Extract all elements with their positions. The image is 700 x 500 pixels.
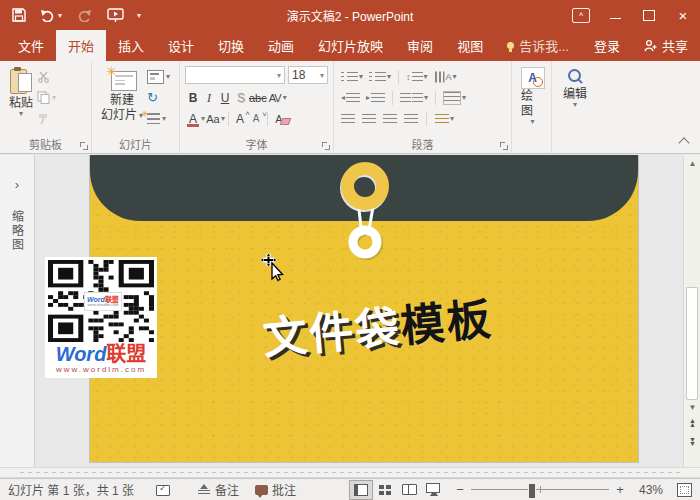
tab-design[interactable]: 设计	[156, 30, 206, 61]
layout-button[interactable]: ▾	[147, 69, 170, 84]
bold-button[interactable]: B	[185, 91, 201, 105]
tab-tell-me[interactable]: 告诉我...	[495, 30, 581, 61]
slide-title-white-part: 文件袋	[261, 301, 403, 364]
text-shadow-button[interactable]: S	[233, 91, 249, 105]
change-case-button[interactable]: Aa	[205, 112, 221, 126]
thumbnails-pane-collapsed[interactable]: › 缩略图	[0, 155, 35, 467]
align-right-button[interactable]	[381, 113, 399, 125]
expand-pane-icon[interactable]: ›	[15, 177, 19, 192]
notes-toggle[interactable]: 备注	[198, 481, 239, 498]
grow-font-button[interactable]: A	[232, 112, 248, 126]
scroll-down-icon[interactable]: ▼	[684, 403, 700, 412]
font-size-combo[interactable]: 18▾	[288, 66, 328, 84]
underline-button[interactable]: U	[217, 91, 233, 105]
convert-to-smartart-button[interactable]: ▾	[433, 113, 456, 125]
editing-menu-button[interactable]: 编辑 ▾	[557, 66, 593, 109]
slide-title[interactable]: 文件袋模板	[203, 278, 552, 372]
slide-counter: 幻灯片 第 1 张，共 1 张	[8, 481, 134, 498]
scrollbar-thumb[interactable]	[686, 287, 698, 400]
align-center-button[interactable]	[360, 113, 378, 125]
collapse-ribbon-icon[interactable]	[678, 137, 689, 148]
undo-dropdown-icon[interactable]: ▾	[58, 11, 62, 20]
horizontal-scrollbar[interactable]	[0, 467, 700, 478]
tab-slideshow[interactable]: 幻灯片放映	[306, 30, 395, 61]
increase-indent-button[interactable]: ▸	[364, 92, 387, 104]
font-dialog-launcher-icon[interactable]	[320, 140, 331, 151]
zoom-percentage: 43%	[631, 483, 663, 497]
numbering-button[interactable]: ▾	[367, 71, 393, 83]
font-color-button[interactable]: A	[185, 112, 201, 126]
reading-view-icon	[402, 484, 417, 495]
line-spacing-button[interactable]: ↕▾	[404, 71, 430, 83]
zoom-slider-thumb[interactable]	[528, 483, 536, 499]
watermark-qr-block: Word联盟 www.wordlm.com Word联盟 www.wordlm.…	[45, 257, 157, 378]
align-text-button[interactable]: ▾	[441, 90, 468, 106]
tab-insert[interactable]: 插入	[106, 30, 156, 61]
copy-button[interactable]: ▾	[37, 90, 56, 105]
tab-file[interactable]: 文件	[6, 30, 56, 61]
previous-slide-icon[interactable]: ▲▲	[684, 419, 700, 427]
group-paragraph: ▾ ▾ ↕▾ A▾ ◂ ▸ ▾ ▾ ▾ 段落	[334, 61, 512, 153]
start-slideshow-icon[interactable]	[106, 6, 124, 24]
slide[interactable]: 文件袋模板	[90, 155, 638, 462]
section-button[interactable]: ✳▾	[147, 111, 170, 126]
text-direction-button[interactable]: A▾	[432, 71, 459, 83]
cut-button[interactable]	[37, 69, 56, 84]
proofing-status-icon[interactable]	[156, 484, 170, 496]
tab-transitions[interactable]: 切换	[206, 30, 256, 61]
move-cursor	[260, 253, 288, 283]
paste-button[interactable]: 粘贴 ▾	[5, 66, 37, 126]
font-name-combo[interactable]: ▾	[185, 66, 285, 84]
maximize-button[interactable]	[632, 0, 666, 30]
zoom-out-button[interactable]: −	[455, 482, 465, 497]
group-font: ▾ 18▾ B I U S abc AV ▾ A ▾ Aa ▾ A A	[180, 61, 334, 153]
shrink-font-button[interactable]: A	[248, 112, 264, 126]
ribbon-display-options-button[interactable]: ˄	[564, 0, 598, 30]
slideshow-view-button[interactable]	[421, 480, 445, 500]
next-slide-icon[interactable]: ▼▼	[684, 438, 700, 446]
group-label-slides: 幻灯片	[92, 136, 179, 152]
clear-formatting-button[interactable]: A	[271, 112, 287, 126]
ribbon: 粘贴 ▾ ▾ 剪贴板	[0, 61, 700, 154]
tab-animations[interactable]: 动画	[256, 30, 306, 61]
bullets-button[interactable]: ▾	[339, 71, 365, 83]
comments-toggle[interactable]: 批注	[255, 481, 296, 498]
normal-view-button[interactable]	[349, 480, 373, 500]
customize-qat-icon[interactable]: ▾	[137, 11, 141, 20]
zoom-slider[interactable]	[471, 483, 609, 497]
justify-button[interactable]	[402, 113, 420, 125]
slide-sorter-view-button[interactable]	[373, 480, 397, 500]
format-painter-button[interactable]	[37, 111, 56, 126]
undo-button[interactable]: ▾	[41, 9, 62, 22]
character-spacing-button[interactable]: AV	[267, 91, 283, 105]
paragraph-dialog-launcher-icon[interactable]	[498, 140, 509, 151]
align-left-button[interactable]	[339, 113, 357, 125]
zoom-in-button[interactable]: +	[615, 482, 625, 497]
italic-button[interactable]: I	[201, 91, 217, 105]
share-button[interactable]: 共享	[632, 30, 700, 61]
scroll-up-icon[interactable]: ▲	[684, 159, 700, 168]
slide-sorter-icon	[379, 485, 391, 495]
sign-in-button[interactable]: 登录	[582, 30, 632, 61]
vertical-scrollbar[interactable]: ▲ ▼ ▲▲ ▼▼	[683, 155, 700, 467]
watermark-url: www.wordlm.com	[48, 365, 154, 374]
clipboard-dialog-launcher-icon[interactable]	[78, 140, 89, 151]
reading-view-button[interactable]	[397, 480, 421, 500]
strikethrough-button[interactable]: abc	[249, 91, 267, 105]
fit-slide-to-window-button[interactable]	[677, 483, 692, 497]
drawing-menu-button[interactable]: A 绘图 ▾	[517, 66, 548, 126]
reset-button[interactable]: ↻	[147, 90, 170, 105]
window-controls: ˄ ×	[564, 0, 700, 30]
close-button[interactable]: ×	[666, 0, 700, 30]
columns-button[interactable]: ▾	[398, 92, 430, 104]
string-tie-graphic	[330, 155, 400, 267]
slide-canvas[interactable]: 文件袋模板 Word联盟 www.wordlm.com Word联盟 www.w…	[35, 155, 683, 467]
tab-home[interactable]: 开始	[56, 30, 106, 61]
tab-view[interactable]: 视图	[445, 30, 495, 61]
tab-review[interactable]: 审阅	[395, 30, 445, 61]
redo-icon-disabled	[75, 6, 93, 24]
save-icon[interactable]	[10, 6, 28, 24]
minimize-button[interactable]	[598, 0, 632, 30]
decrease-indent-button[interactable]: ◂	[339, 92, 362, 104]
new-slide-button[interactable]: ✳ 新建 幻灯片▾	[97, 66, 147, 126]
